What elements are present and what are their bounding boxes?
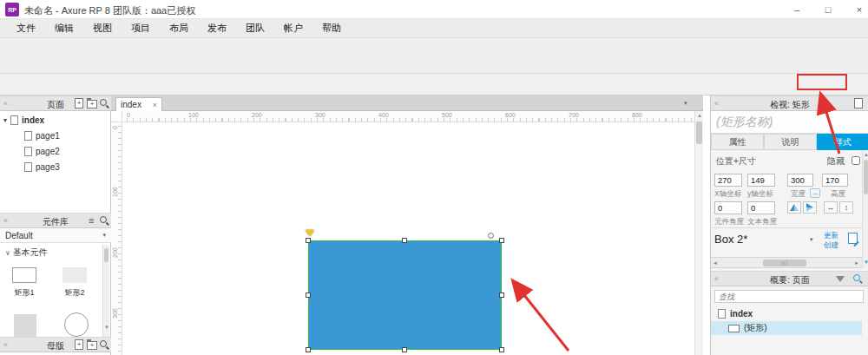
main-toolbar: 文件 剪贴板 ← 撤销 → 重做 选择 连接 钢笔 <box>0 38 868 74</box>
search-icon[interactable] <box>100 216 109 226</box>
menu-view[interactable]: 视图 <box>83 19 122 38</box>
add-folder-icon[interactable]: + <box>87 100 97 108</box>
page-tree-item-page2[interactable]: page2 <box>24 144 60 158</box>
text-rotation-input[interactable] <box>747 201 775 214</box>
notes-page-icon[interactable] <box>854 98 863 108</box>
tab-index[interactable]: index × <box>115 97 162 111</box>
link-wh-icon[interactable]: ↔ <box>810 188 820 198</box>
minimize-button[interactable]: – <box>783 0 811 19</box>
filter-funnel-icon[interactable] <box>836 276 845 282</box>
resize-handle-sw[interactable] <box>306 347 311 352</box>
inspector-hscrollbar[interactable]: ◄ ||| ► <box>711 257 862 268</box>
scroll-right-icon[interactable]: ► <box>854 260 859 266</box>
page-icon <box>24 147 32 156</box>
style-name[interactable]: Box 2* <box>714 233 747 246</box>
widget-rect1-thumb[interactable] <box>12 267 36 283</box>
widget-placeholder-thumb[interactable] <box>14 314 36 337</box>
resize-handle-se[interactable] <box>499 347 504 352</box>
resize-handle-s[interactable] <box>402 347 407 352</box>
caret-icon: ▾ <box>102 232 106 239</box>
flip-vertical-icon[interactable] <box>803 201 817 214</box>
rotation-label: 元件角度 <box>714 217 744 227</box>
widget-library-select[interactable]: Default▾ <box>0 228 111 243</box>
widgets-menu-icon[interactable]: ≡ <box>89 215 94 226</box>
canvas-scrollbar[interactable]: ▲ <box>694 111 703 355</box>
resize-handle-e[interactable] <box>499 293 504 298</box>
menu-help[interactable]: 帮助 <box>312 19 351 38</box>
inspector-h-input[interactable] <box>822 174 848 187</box>
fit-height-icon[interactable]: ↕ <box>839 201 853 214</box>
scrollbar-thumb[interactable] <box>696 122 702 144</box>
resize-handle-ne[interactable] <box>499 238 504 243</box>
tab-notes[interactable]: 说明 <box>764 134 817 150</box>
menu-team[interactable]: 团队 <box>236 19 274 38</box>
vertical-ruler: 0 100 200 300 <box>111 122 122 355</box>
inspector-x-input[interactable] <box>714 174 742 187</box>
selected-rectangle-widget[interactable] <box>309 241 501 349</box>
scroll-down-icon[interactable]: ▼ <box>864 260 868 265</box>
scroll-down-icon[interactable]: ▼ <box>104 325 109 330</box>
tree-expand-icon[interactable]: ▾ <box>3 116 7 124</box>
outline-item-rectangle[interactable]: (矩形) <box>711 321 862 335</box>
scrollbar-thumb[interactable]: ||| <box>763 260 806 266</box>
canvas-area: index × ▾ 0 100 200 300 400 500 600 700 … <box>111 95 710 355</box>
axure-window: RP 未命名 - Axure RP 8 团队版：aaa已授权 – □ × 文件 … <box>0 0 868 355</box>
add-master-icon[interactable]: + <box>75 339 83 350</box>
scrollbar-thumb[interactable] <box>104 248 108 262</box>
resize-handle-nw[interactable] <box>306 238 311 243</box>
search-icon[interactable] <box>853 274 863 284</box>
search-icon[interactable] <box>100 99 109 108</box>
y-axis-label: y轴坐标 <box>747 189 773 200</box>
widget-rect2-thumb[interactable] <box>62 267 87 283</box>
scrollbar-thumb[interactable] <box>864 160 868 194</box>
menu-edit[interactable]: 编辑 <box>45 19 83 38</box>
pages-panel-header: « 页面 + + <box>0 95 111 111</box>
fit-width-icon[interactable]: ↔ <box>824 201 838 214</box>
page-tree-item-page1[interactable]: page1 <box>24 128 60 142</box>
create-style-link[interactable]: 创建 <box>824 240 838 251</box>
page-surface[interactable] <box>122 122 694 355</box>
scroll-left-icon[interactable]: ◄ <box>713 260 718 266</box>
search-icon[interactable] <box>100 340 109 350</box>
scroll-up-icon[interactable]: ▲ <box>697 113 702 118</box>
widgets-panel-title: 元件库 <box>0 216 111 228</box>
menu-project[interactable]: 项目 <box>122 19 160 38</box>
rotation-input[interactable] <box>714 201 742 214</box>
tab-list-caret-icon[interactable]: ▾ <box>684 100 687 107</box>
inspector-hide-checkbox[interactable] <box>852 156 860 165</box>
menu-layout[interactable]: 布局 <box>160 19 198 38</box>
menu-account[interactable]: 帐户 <box>274 19 312 38</box>
rotate-handle[interactable] <box>488 233 494 239</box>
window-title: 未命名 - Axure RP 8 团队版：aaa已授权 <box>24 4 195 17</box>
widget-section-basic[interactable]: ∨ 基本元件 <box>5 247 48 259</box>
inspector-y-input[interactable] <box>747 174 775 187</box>
maximize-button[interactable]: □ <box>814 0 842 19</box>
inspector-title: 检视: 矩形 <box>711 99 868 111</box>
section-position-size: 位置+尺寸 <box>716 155 756 168</box>
outline-item-index[interactable]: index <box>718 306 753 320</box>
tab-style[interactable]: 样式 <box>817 134 868 150</box>
widget-ellipse-thumb[interactable] <box>64 312 89 337</box>
page-tree-item-page3[interactable]: page3 <box>24 160 60 174</box>
page-tree-item-index[interactable]: ▾ index <box>3 113 44 127</box>
flip-horizontal-icon[interactable] <box>787 201 801 214</box>
widgets-scrollbar[interactable]: ▼ <box>102 245 109 337</box>
add-page-icon[interactable]: + <box>75 98 83 108</box>
tab-close-icon[interactable]: × <box>153 101 157 109</box>
inspector-w-input[interactable] <box>787 174 813 187</box>
canvas-tab-bar: index × ▾ <box>111 95 703 111</box>
resize-handle-n[interactable] <box>402 238 407 243</box>
menu-file[interactable]: 文件 <box>7 19 45 38</box>
resize-handle-w[interactable] <box>306 293 311 298</box>
edit-style-icon[interactable] <box>848 233 858 244</box>
widget-name-field[interactable]: (矩形名称) <box>711 111 868 134</box>
style-caret-icon[interactable]: ▾ <box>810 236 813 243</box>
menu-bar: 文件 编辑 视图 项目 布局 发布 团队 帐户 帮助 <box>0 19 868 38</box>
menu-publish[interactable]: 发布 <box>198 19 236 38</box>
close-button[interactable]: × <box>845 0 868 19</box>
tab-properties[interactable]: 属性 <box>711 134 764 150</box>
scroll-up-icon[interactable]: ▲ <box>864 152 868 157</box>
add-master-folder-icon[interactable]: + <box>87 341 97 350</box>
inspector-vscrollbar[interactable]: ▲ ▼ <box>862 150 868 268</box>
outline-search-input[interactable] <box>714 290 864 303</box>
